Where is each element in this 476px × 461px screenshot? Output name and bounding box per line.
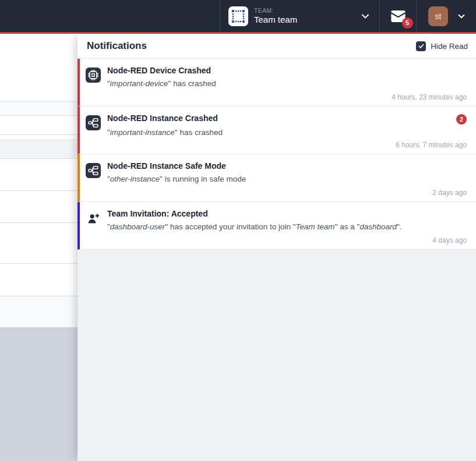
team-label: TEAM: bbox=[254, 7, 297, 15]
navbar-spacer bbox=[0, 0, 220, 32]
notification-title: Node-RED Instance Crashed bbox=[107, 114, 218, 123]
background-table-row bbox=[0, 223, 77, 264]
notification-item[interactable]: Team Invitation: Accepted"dashboard-user… bbox=[77, 202, 476, 250]
notification-timestamp: 2 days ago bbox=[107, 189, 467, 198]
user-add-icon bbox=[86, 211, 101, 226]
background-table-row bbox=[0, 116, 77, 135]
chevron-down-icon bbox=[456, 11, 467, 22]
panel-title: Notifications bbox=[87, 40, 147, 52]
chip-icon bbox=[86, 68, 101, 83]
notification-timestamp: 4 hours, 23 minutes ago bbox=[107, 93, 467, 102]
notification-title: Node-RED Device Crashed bbox=[107, 66, 211, 76]
background-table-row bbox=[0, 140, 77, 159]
top-navbar: TEAM: Team team 5 st bbox=[0, 0, 476, 34]
notification-message: "dashboard-user" has accepted your invit… bbox=[107, 222, 467, 232]
team-avatar bbox=[228, 6, 248, 26]
notification-count-badge: 2 bbox=[456, 114, 467, 125]
notification-item[interactable]: Node-RED Device Crashed"important-device… bbox=[77, 59, 476, 107]
chevron-down-icon bbox=[359, 10, 371, 22]
hide-read-label: Hide Read bbox=[431, 42, 468, 51]
instance-icon bbox=[86, 163, 101, 178]
notification-message: "other-instance" is running in safe mode bbox=[107, 175, 467, 185]
notification-message: "important-device" has crashed bbox=[107, 79, 467, 89]
background-table-row bbox=[0, 296, 77, 328]
background-table-row bbox=[0, 102, 77, 116]
notification-item[interactable]: Node-RED Instance Safe Mode"other-instan… bbox=[77, 154, 476, 202]
background-table-row bbox=[0, 159, 77, 191]
background-page bbox=[0, 34, 77, 461]
notification-list: Node-RED Device Crashed"important-device… bbox=[77, 59, 476, 250]
background-footer-area bbox=[0, 328, 77, 461]
notification-title: Team Invitation: Accepted bbox=[107, 209, 208, 219]
user-menu[interactable]: st bbox=[416, 0, 476, 32]
background-table-row bbox=[0, 191, 77, 223]
avatar: st bbox=[428, 6, 448, 26]
notification-title: Node-RED Instance Safe Mode bbox=[107, 161, 226, 171]
team-name: Team team bbox=[254, 15, 297, 26]
background-table-row bbox=[0, 264, 77, 296]
notification-timestamp: 6 hours, 7 minutes ago bbox=[107, 141, 467, 150]
notifications-inbox-button[interactable]: 5 bbox=[379, 0, 416, 32]
hide-read-checkbox[interactable] bbox=[416, 41, 426, 51]
notification-item[interactable]: Node-RED Instance Crashed2"important-ins… bbox=[77, 107, 476, 154]
unread-count-badge: 5 bbox=[402, 17, 413, 29]
notification-message: "important-instance" has crashed bbox=[107, 128, 467, 138]
background-table-row bbox=[0, 135, 77, 140]
notification-timestamp: 4 days ago bbox=[107, 236, 467, 246]
hide-read-toggle[interactable]: Hide Read bbox=[416, 41, 468, 51]
team-switcher[interactable]: TEAM: Team team bbox=[220, 0, 379, 32]
instance-icon bbox=[86, 115, 101, 130]
background-table-row bbox=[0, 34, 77, 102]
notifications-header: Notifications Hide Read bbox=[77, 34, 476, 59]
notifications-panel: Notifications Hide Read Node-RED Device … bbox=[77, 34, 476, 461]
